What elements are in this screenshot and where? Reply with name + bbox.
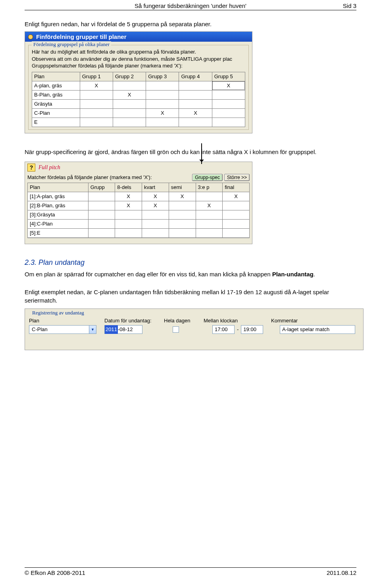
fieldset-legend: Registrering av undantag bbox=[31, 310, 86, 316]
header-comment: Kommentar bbox=[271, 318, 359, 325]
time-from-input[interactable]: 17:00 bbox=[212, 325, 235, 334]
storre-button[interactable]: Större >> bbox=[224, 174, 250, 181]
section-heading: 2.3. Plan undantag bbox=[25, 258, 356, 267]
screenshot-registrering-undantag: Registrering av undantag Plan Datum för … bbox=[25, 308, 364, 350]
table-row[interactable]: Gräsyta bbox=[32, 99, 245, 108]
table-row[interactable]: [3]:Gräsyta bbox=[28, 210, 250, 219]
page-number: Sid 3 bbox=[343, 2, 356, 9]
arrow-down-icon bbox=[201, 143, 202, 164]
doc-title: Så fungerar tidsberäkningen 'under huven… bbox=[135, 2, 246, 9]
paragraph-plan-undantag-1: Om en plan är spärrad för cupmatcher en … bbox=[25, 270, 356, 278]
table-row[interactable]: [5]:E bbox=[28, 228, 250, 237]
footer-right: 2011.08.12 bbox=[327, 569, 356, 576]
header-allday: Hela dagen bbox=[164, 318, 204, 325]
plan-group-table[interactable]: Plan Grupp 1 Grupp 2 Grupp 3 Grupp 4 Gru… bbox=[32, 72, 245, 127]
col-g1: Grupp 1 bbox=[80, 72, 113, 81]
grupp-spec-button[interactable]: Grupp-spec bbox=[192, 174, 223, 181]
window-titlebar: Finfördelning grupper till planer bbox=[25, 32, 252, 42]
col-g4: Grupp 4 bbox=[179, 72, 212, 81]
comment-input[interactable]: A-laget spelar match bbox=[280, 325, 355, 334]
date-input[interactable]: 2011-08-12 bbox=[104, 325, 142, 334]
desc-line-3: Gruppspelsmatcher fördelas på följande p… bbox=[32, 62, 245, 69]
fieldset-legend: Fördelning gruppspel på olika planer bbox=[32, 41, 111, 48]
time-to-input[interactable]: 19:00 bbox=[241, 325, 263, 334]
paragraph-intro-2: När grupp-specificering är gjord, ändras… bbox=[25, 148, 356, 156]
plan-select[interactable]: C-Plan ▼ bbox=[29, 325, 96, 334]
header-between: Mellan klockan bbox=[204, 318, 271, 325]
matcher-label: Matcher fördelas på följande planer (mar… bbox=[27, 174, 152, 180]
header-date: Datum för undantag: bbox=[104, 318, 164, 325]
paragraph-plan-undantag-2: Enligt exemplet nedan, är C-planen undan… bbox=[25, 288, 356, 305]
help-icon[interactable]: ? bbox=[27, 164, 35, 172]
col-plan: Plan bbox=[28, 183, 89, 192]
col-plan: Plan bbox=[32, 72, 80, 81]
paragraph-intro-1: Enligt figuren nedan, har vi fördelat de… bbox=[25, 20, 356, 28]
window-title: Finfördelning grupper till planer bbox=[36, 33, 127, 40]
col-g5: Grupp 5 bbox=[212, 72, 245, 81]
header-plan: Plan bbox=[29, 318, 104, 325]
desc-line-1: Här har du möjlighet att finfördela de o… bbox=[32, 48, 245, 56]
screenshot-matcher-fordelas: ? Full pitch Matcher fördelas på följand… bbox=[25, 162, 252, 244]
allday-checkbox[interactable] bbox=[173, 326, 179, 333]
scrollbar-horizontal[interactable] bbox=[27, 238, 250, 241]
table-row[interactable]: C-Plan X X bbox=[32, 108, 245, 118]
dash: - bbox=[235, 326, 241, 332]
footer-left: © Efkon AB 2008-2011 bbox=[25, 569, 85, 576]
table-row[interactable]: [1]:A-plan, gräs X X X X bbox=[28, 192, 250, 201]
col-g2: Grupp 2 bbox=[113, 72, 146, 81]
matcher-table[interactable]: Plan Grupp 8-dels kvart semi 3:e p final… bbox=[27, 183, 250, 238]
table-row[interactable]: [2]:B-Plan, gräs X X X bbox=[28, 201, 250, 210]
table-row[interactable]: [4]:C-Plan bbox=[28, 219, 250, 228]
gear-icon bbox=[27, 34, 34, 40]
table-row[interactable]: B-Plan, gräs X bbox=[32, 90, 245, 99]
screenshot-finfordelning: Finfördelning grupper till planer Fördel… bbox=[25, 31, 252, 133]
table-row[interactable]: E bbox=[32, 118, 245, 127]
table-row[interactable]: A-plan, gräs X X bbox=[32, 81, 245, 90]
chevron-down-icon: ▼ bbox=[89, 326, 96, 334]
fullpitch-label: Full pitch bbox=[38, 164, 250, 171]
col-g3: Grupp 3 bbox=[146, 72, 179, 81]
desc-line-2: Observera att om du använder dig av denn… bbox=[32, 56, 245, 63]
